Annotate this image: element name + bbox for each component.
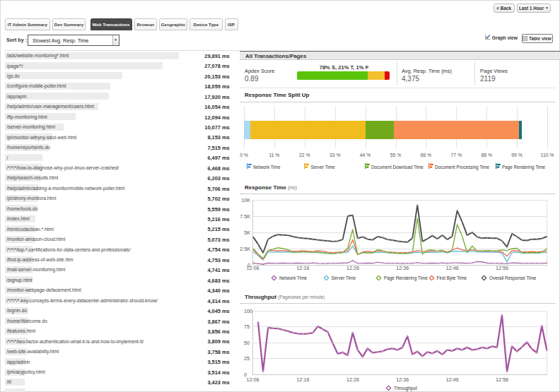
- svg-text:12:06: 12:06: [247, 266, 259, 271]
- svg-text:100: 100: [244, 308, 252, 314]
- svg-text:5K: 5K: [244, 230, 250, 236]
- svg-text:12:16: 12:16: [297, 377, 310, 383]
- svg-text:12:46: 12:46: [446, 266, 459, 271]
- svg-text:12:46: 12:46: [446, 377, 459, 383]
- svg-text:7.5K: 7.5K: [240, 213, 250, 220]
- svg-text:50: 50: [244, 340, 250, 346]
- svg-text:2.5K: 2.5K: [240, 246, 250, 252]
- svg-text:12:36: 12:36: [396, 266, 409, 271]
- svg-text:12:36: 12:36: [396, 377, 409, 383]
- svg-text:10K: 10K: [241, 197, 250, 203]
- svg-text:75: 75: [244, 323, 250, 330]
- svg-text:12:56: 12:56: [496, 377, 508, 383]
- svg-text:12:26: 12:26: [346, 266, 359, 271]
- svg-text:12:56: 12:56: [496, 266, 508, 271]
- svg-text:12:16: 12:16: [297, 266, 310, 271]
- svg-text:12:06: 12:06: [247, 377, 259, 383]
- svg-text:25: 25: [244, 355, 250, 362]
- svg-text:12:26: 12:26: [346, 377, 359, 383]
